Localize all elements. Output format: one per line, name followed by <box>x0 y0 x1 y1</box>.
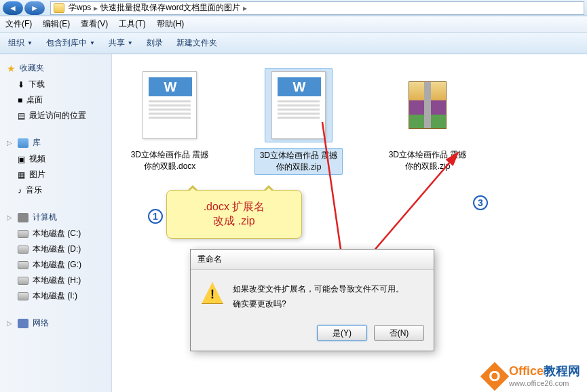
breadcrumb-seg[interactable]: 学wps <box>69 2 91 14</box>
file-item-zip-renaming[interactable]: W 3D立体绘画作品 震撼你的双眼.zip <box>254 68 343 175</box>
toolbar: 组织▼ 包含到库中▼ 共享▼ 刻录 新建文件夹 <box>0 33 587 54</box>
sidebar-item-pictures[interactable]: ▦图片 <box>3 167 109 182</box>
computer-icon <box>18 213 29 222</box>
docx-icon: W <box>271 71 326 139</box>
yes-button[interactable]: 是(Y) <box>317 325 367 341</box>
address-bar[interactable]: 学wps ▸ 快速批量提取保存word文档里面的图片 ▸ <box>50 1 584 15</box>
nav-network: ▷网络 <box>3 315 109 332</box>
callout-line1: .docx 扩展名 <box>178 200 290 214</box>
menubar: 文件(F) 编辑(E) 查看(V) 工具(T) 帮助(H) <box>0 16 587 33</box>
toolbar-organize[interactable]: 组织▼ <box>8 37 33 49</box>
drive-icon <box>18 277 29 285</box>
step-badge-1: 1 <box>148 209 163 224</box>
file-icon: W <box>136 68 204 142</box>
folder-icon <box>54 3 64 13</box>
chevron-down-icon: ▼ <box>90 40 95 46</box>
toolbar-include[interactable]: 包含到库中▼ <box>46 37 95 49</box>
forward-button[interactable]: ► <box>24 1 45 15</box>
sidebar-item-desktop[interactable]: ■桌面 <box>3 92 109 108</box>
breadcrumb-separator-icon: ▸ <box>94 3 98 13</box>
file-item-docx[interactable]: W 3D立体绘画作品 震撼你的双眼.docx <box>126 68 214 174</box>
sidebar-item-drive-i[interactable]: 本地磁盘 (I:) <box>3 288 109 304</box>
sidebar-item-music[interactable]: ♪音乐 <box>3 182 109 198</box>
menu-file[interactable]: 文件(F) <box>5 18 32 30</box>
archive-icon <box>409 81 447 129</box>
file-label: 3D立体绘画作品 震撼你的双眼.docx <box>126 148 214 174</box>
warning-icon: ! <box>202 282 223 304</box>
file-label: 3D立体绘画作品 震撼你的双眼.zip <box>383 148 472 174</box>
nav-header-computer[interactable]: ▷计算机 <box>3 209 109 226</box>
nav-header-network[interactable]: ▷网络 <box>3 315 109 332</box>
toolbar-newfolder[interactable]: 新建文件夹 <box>176 37 217 49</box>
file-icon: W <box>265 68 333 142</box>
dialog-text: 如果改变文件扩展名，可能会导致文件不可用。 确实要更改吗? <box>233 282 423 311</box>
step-badge-3: 3 <box>473 195 488 210</box>
sidebar-item-drive-g[interactable]: 本地磁盘 (G:) <box>3 257 109 273</box>
nav-computer: ▷计算机 本地磁盘 (C:) 本地磁盘 (D:) 本地磁盘 (G:) 本地磁盘 … <box>3 209 109 304</box>
sidebar-item-videos[interactable]: ▣视频 <box>3 151 109 167</box>
dialog-msg2: 确实要更改吗? <box>233 297 423 312</box>
sidebar: ★收藏夹 ⬇下载 ■桌面 ▤最近访问的位置 ▷库 ▣视频 ▦图片 ♪音乐 ▷计算… <box>0 54 112 392</box>
nav-libraries: ▷库 ▣视频 ▦图片 ♪音乐 <box>3 134 109 198</box>
library-icon <box>18 138 29 148</box>
dialog-title: 重命名 <box>191 250 434 270</box>
chevron-down-icon: ▼ <box>128 40 133 46</box>
nav-header-libraries[interactable]: ▷库 <box>3 134 109 151</box>
menu-edit[interactable]: 编辑(E) <box>43 18 70 30</box>
callout-line2: 改成 .zip <box>178 214 290 229</box>
expand-icon: ▷ <box>7 139 12 146</box>
watermark-logo-icon: O <box>480 361 509 390</box>
callout-annotation: .docx 扩展名 改成 .zip <box>166 190 302 239</box>
drive-icon <box>18 230 29 238</box>
back-button[interactable]: ◄ <box>3 1 23 15</box>
expand-icon: ▷ <box>7 214 12 221</box>
file-icon <box>394 68 461 142</box>
breadcrumb-seg[interactable]: 快速批量提取保存word文档里面的图片 <box>100 2 240 14</box>
nav-favorites: ★收藏夹 ⬇下载 ■桌面 ▤最近访问的位置 <box>3 60 109 123</box>
sidebar-item-recent[interactable]: ▤最近访问的位置 <box>3 108 109 123</box>
file-label[interactable]: 3D立体绘画作品 震撼你的双眼.zip <box>254 148 343 175</box>
rename-dialog: 重命名 ! 如果改变文件扩展名，可能会导致文件不可用。 确实要更改吗? 是(Y)… <box>190 249 434 351</box>
file-item-zip[interactable]: 3D立体绘画作品 震撼你的双眼.zip <box>383 68 472 174</box>
watermark: O Office教程网 www.office26.com <box>485 364 580 388</box>
picture-icon: ▦ <box>18 170 25 180</box>
no-button[interactable]: 否(N) <box>374 325 424 341</box>
docx-icon: W <box>143 71 197 139</box>
sidebar-item-drive-d[interactable]: 本地磁盘 (D:) <box>3 241 109 257</box>
video-icon: ▣ <box>18 155 25 164</box>
toolbar-share[interactable]: 共享▼ <box>109 37 133 49</box>
dialog-buttons: 是(Y) 否(N) <box>191 319 434 351</box>
titlebar: ◄ ► 学wps ▸ 快速批量提取保存word文档里面的图片 ▸ <box>0 0 587 16</box>
chevron-down-icon: ▼ <box>27 40 33 46</box>
drive-icon <box>18 261 29 269</box>
breadcrumb: 学wps ▸ 快速批量提取保存word文档里面的图片 ▸ <box>69 2 247 14</box>
recent-icon: ▤ <box>18 111 25 121</box>
desktop-icon: ■ <box>18 96 22 105</box>
sidebar-item-drive-c[interactable]: 本地磁盘 (C:) <box>3 226 109 241</box>
music-icon: ♪ <box>18 186 22 195</box>
menu-view[interactable]: 查看(V) <box>81 18 108 30</box>
star-icon: ★ <box>7 63 16 74</box>
menu-help[interactable]: 帮助(H) <box>157 18 185 30</box>
download-icon: ⬇ <box>18 80 24 90</box>
network-icon <box>18 319 29 328</box>
dialog-msg1: 如果改变文件扩展名，可能会导致文件不可用。 <box>233 282 423 297</box>
nav-buttons: ◄ ► <box>3 1 45 15</box>
breadcrumb-separator-icon: ▸ <box>243 3 247 13</box>
toolbar-burn[interactable]: 刻录 <box>147 37 163 49</box>
drive-icon <box>18 292 29 300</box>
sidebar-item-downloads[interactable]: ⬇下载 <box>3 77 109 92</box>
drive-icon <box>18 246 29 254</box>
watermark-url: www.office26.com <box>509 379 580 388</box>
menu-tools[interactable]: 工具(T) <box>119 18 145 30</box>
dialog-body: ! 如果改变文件扩展名，可能会导致文件不可用。 确实要更改吗? <box>191 270 434 319</box>
nav-header-favorites[interactable]: ★收藏夹 <box>3 60 109 77</box>
watermark-brand: Office教程网 <box>509 364 580 379</box>
expand-icon: ▷ <box>7 319 12 327</box>
sidebar-item-drive-h[interactable]: 本地磁盘 (H:) <box>3 273 109 288</box>
